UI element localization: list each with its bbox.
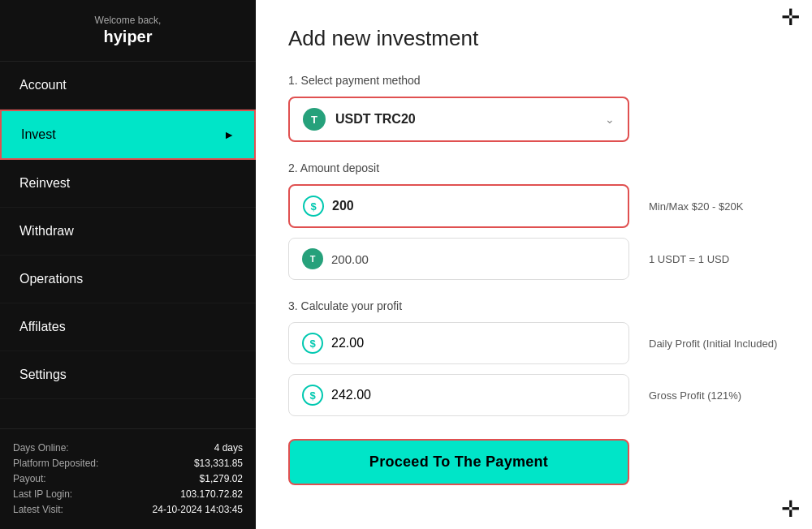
- stat-days-online: Days Online: 4 days: [13, 442, 243, 454]
- min-max-hint: Min/Max $20 - $20K: [649, 200, 743, 213]
- sidebar-item-label-account: Account: [19, 78, 67, 92]
- dollar-icon: $: [303, 196, 324, 217]
- stat-value-days: 4 days: [214, 442, 243, 454]
- gross-profit-label: Gross Profit (121%): [649, 389, 741, 402]
- main-content: ✛ ✛ Add new investment 1. Select payment…: [256, 0, 812, 529]
- sidebar: Welcome back, hyiper Account Invest ► Re…: [0, 0, 256, 529]
- corner-decoration-top: ✛: [781, 6, 806, 31]
- amount-input-row: $ Min/Max $20 - $20K: [288, 184, 780, 228]
- step1-section: 1. Select payment method T USDT TRC20 ⌄: [288, 74, 780, 142]
- stat-value-deposited: $13,331.85: [194, 458, 243, 469]
- page-title: Add new investment: [288, 26, 780, 51]
- stat-label-ip: Last IP Login:: [13, 488, 72, 500]
- chevron-down-icon: ⌄: [605, 113, 615, 126]
- step2-label: 2. Amount deposit: [288, 161, 780, 174]
- corner-decoration-bottom: ✛: [781, 498, 806, 523]
- usdt-value: 200.00: [331, 252, 369, 266]
- daily-profit-label: Daily Profit (Initial Included): [649, 338, 777, 350]
- stat-label-visit: Latest Visit:: [13, 504, 63, 515]
- tether-icon-small: T: [302, 248, 323, 269]
- welcome-text: Welcome back,: [16, 15, 240, 26]
- stat-platform-deposited: Platform Deposited: $13,331.85: [13, 458, 243, 469]
- username: hyiper: [16, 28, 240, 46]
- gross-profit-value: 242.00: [331, 388, 371, 402]
- gross-profit-box: $ 242.00: [288, 374, 629, 416]
- payment-method-dropdown[interactable]: T USDT TRC20 ⌄: [288, 97, 629, 142]
- stat-value-payout: $1,279.02: [200, 473, 243, 484]
- step2-section: 2. Amount deposit $ Min/Max $20 - $20K T…: [288, 161, 780, 280]
- sidebar-item-reinvest[interactable]: Reinvest: [0, 160, 256, 208]
- stat-label-deposited: Platform Deposited:: [13, 458, 98, 469]
- gross-profit-row: $ 242.00 Gross Profit (121%): [288, 374, 780, 416]
- stat-latest-visit: Latest Visit: 24-10-2024 14:03:45: [13, 504, 243, 515]
- daily-profit-box: $ 22.00: [288, 322, 629, 364]
- sidebar-item-label-invest: Invest: [21, 127, 56, 142]
- nav-list: Account Invest ► Reinvest Withdraw Opera…: [0, 62, 256, 428]
- amount-input[interactable]: [332, 199, 615, 213]
- stat-value-ip: 103.170.72.82: [180, 488, 243, 500]
- arrow-icon: ►: [223, 128, 235, 141]
- sidebar-item-affiliates[interactable]: Affilates: [0, 303, 256, 351]
- stat-payout: Payout: $1,279.02: [13, 473, 243, 484]
- usdt-equivalent-box: T 200.00: [288, 238, 629, 280]
- daily-profit-value: 22.00: [331, 336, 364, 351]
- sidebar-item-label-operations: Operations: [19, 272, 83, 286]
- sidebar-stats: Days Online: 4 days Platform Deposited: …: [0, 428, 256, 529]
- usdt-row-container: T 200.00 1 USDT = 1 USD: [288, 238, 780, 280]
- sidebar-item-account[interactable]: Account: [0, 62, 256, 110]
- step1-label: 1. Select payment method: [288, 74, 780, 87]
- stat-label-payout: Payout:: [13, 473, 46, 484]
- step3-section: 3. Calculate your profit $ 22.00 Daily P…: [288, 299, 780, 416]
- gross-profit-dollar-icon: $: [302, 385, 323, 406]
- sidebar-item-label-reinvest: Reinvest: [19, 176, 70, 191]
- payment-method-name: USDT TRC20: [335, 112, 416, 127]
- stat-label-days: Days Online:: [13, 442, 69, 454]
- proceed-button[interactable]: Proceed To The Payment: [288, 439, 629, 485]
- sidebar-item-label-settings: Settings: [19, 368, 67, 382]
- sidebar-item-label-withdraw: Withdraw: [19, 224, 74, 239]
- step3-label: 3. Calculate your profit: [288, 299, 780, 312]
- sidebar-item-operations[interactable]: Operations: [0, 256, 256, 303]
- sidebar-item-withdraw[interactable]: Withdraw: [0, 208, 256, 256]
- usdt-rate-label: 1 USDT = 1 USD: [649, 253, 729, 265]
- sidebar-item-settings[interactable]: Settings: [0, 351, 256, 399]
- amount-input-box[interactable]: $: [288, 184, 629, 228]
- sidebar-item-invest[interactable]: Invest ►: [0, 110, 256, 160]
- sidebar-header: Welcome back, hyiper: [0, 0, 256, 62]
- daily-profit-row: $ 22.00 Daily Profit (Initial Included): [288, 322, 780, 364]
- stat-last-ip: Last IP Login: 103.170.72.82: [13, 488, 243, 500]
- tether-icon: T: [303, 108, 326, 131]
- daily-profit-dollar-icon: $: [302, 333, 323, 354]
- payment-method-left: T USDT TRC20: [303, 108, 416, 131]
- stat-value-visit: 24-10-2024 14:03:45: [153, 504, 243, 515]
- sidebar-item-label-affiliates: Affilates: [19, 320, 66, 334]
